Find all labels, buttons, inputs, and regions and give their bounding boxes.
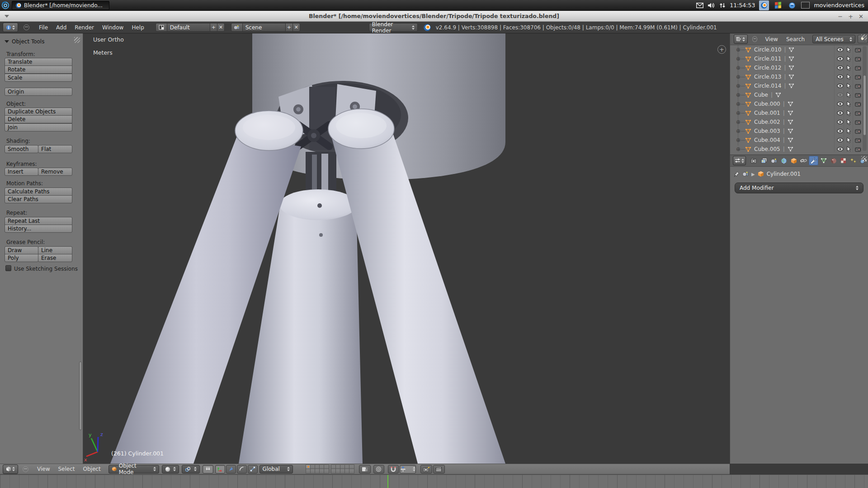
tab-particles[interactable] bbox=[849, 156, 858, 165]
transform-orientation-dropdown[interactable]: Global bbox=[259, 465, 293, 474]
visibility-eye-icon[interactable] bbox=[837, 129, 844, 133]
shade-flat-button[interactable]: Flat bbox=[38, 145, 72, 153]
selectability-cursor-icon[interactable] bbox=[846, 92, 851, 98]
close-button[interactable]: ✕ bbox=[859, 13, 863, 20]
visibility-eye-icon[interactable] bbox=[837, 102, 844, 106]
object-name[interactable]: Circle.011 bbox=[754, 56, 781, 62]
layer-1-active[interactable] bbox=[306, 465, 311, 469]
minimize-button[interactable]: − bbox=[838, 13, 843, 20]
header-collapse-icon[interactable] bbox=[24, 24, 29, 30]
object-name[interactable]: Cube.002 bbox=[754, 119, 780, 125]
menu-select[interactable]: Select bbox=[54, 466, 79, 472]
current-frame-playhead[interactable] bbox=[387, 475, 388, 488]
network-updown-icon[interactable] bbox=[719, 2, 726, 9]
header-collapse-icon[interactable] bbox=[23, 466, 28, 472]
visibility-eye-icon[interactable] bbox=[837, 75, 844, 79]
renderability-camera-icon[interactable] bbox=[855, 120, 861, 125]
calculate-paths-button[interactable]: Calculate Paths bbox=[5, 188, 72, 196]
gp-erase-button[interactable]: Erase bbox=[38, 254, 72, 262]
renderability-camera-icon[interactable] bbox=[855, 93, 861, 98]
object-name[interactable]: Circle.014 bbox=[754, 83, 781, 89]
expand-icon[interactable]: ⊕ bbox=[736, 137, 741, 143]
scene-browse-button[interactable] bbox=[231, 23, 243, 32]
window-titlebar[interactable]: Blender* [/home/moviendovertices/Blender… bbox=[0, 11, 868, 22]
renderability-camera-icon[interactable] bbox=[855, 129, 861, 134]
layer-buttons-group1[interactable] bbox=[306, 465, 329, 474]
outliner-row[interactable]: ⊕ Cube.001 | bbox=[730, 108, 868, 117]
selectability-cursor-icon[interactable] bbox=[846, 128, 851, 134]
snap-element-dropdown[interactable] bbox=[400, 465, 416, 474]
pin-icon[interactable] bbox=[734, 171, 740, 177]
menu-file[interactable]: File bbox=[35, 24, 52, 31]
object-tools-panel-header[interactable]: Object Tools bbox=[5, 38, 44, 45]
selectability-cursor-icon[interactable] bbox=[846, 101, 851, 107]
visibility-eye-icon[interactable] bbox=[837, 111, 844, 115]
tab-material[interactable] bbox=[829, 156, 838, 165]
expand-icon[interactable]: ⊕ bbox=[736, 119, 741, 125]
scale-manipulator-button[interactable] bbox=[248, 465, 258, 474]
duplicate-objects-button[interactable]: Duplicate Objects bbox=[5, 108, 72, 116]
launcher-browser[interactable] bbox=[787, 0, 797, 10]
launcher-windows[interactable] bbox=[773, 0, 783, 10]
rotate-button[interactable]: Rotate bbox=[5, 66, 72, 74]
outliner-row[interactable]: ⊕ Cube.005 | bbox=[730, 145, 868, 152]
object-name[interactable]: Cube.000 bbox=[754, 101, 780, 107]
render-still-button[interactable] bbox=[420, 465, 432, 474]
tab-modifiers[interactable] bbox=[809, 156, 818, 165]
selectability-cursor-icon[interactable] bbox=[846, 65, 851, 71]
timeline-strip[interactable] bbox=[0, 474, 868, 488]
visibility-eye-icon[interactable] bbox=[837, 84, 844, 88]
object-name[interactable]: Circle.010 bbox=[754, 47, 781, 53]
renderability-camera-icon[interactable] bbox=[855, 111, 861, 116]
expand-icon[interactable]: ⊕ bbox=[736, 92, 741, 98]
expand-icon[interactable]: ⊕ bbox=[736, 65, 741, 70]
outliner-row[interactable]: ⊕ Circle.013 | bbox=[730, 72, 868, 81]
screen-layout-name-field[interactable]: Default bbox=[167, 23, 210, 32]
launcher-blender[interactable] bbox=[759, 0, 769, 10]
lock-to-scene-button[interactable] bbox=[359, 465, 371, 474]
tool-shelf-scrollbar[interactable] bbox=[79, 361, 82, 430]
renderability-camera-icon[interactable] bbox=[855, 84, 861, 89]
screen-layout-browse-button[interactable] bbox=[156, 23, 167, 32]
insert-keyframe-button[interactable]: Insert bbox=[5, 168, 38, 176]
3d-viewport[interactable]: User Ortho Meters (261) Cylinder.001 + x… bbox=[83, 33, 730, 464]
clock[interactable]: 11:54:53 bbox=[730, 2, 755, 9]
add-screen-layout-button[interactable]: + bbox=[210, 23, 217, 32]
outliner-row[interactable]: ⊕ Circle.014 | bbox=[730, 81, 868, 90]
viewport-shading-dropdown[interactable] bbox=[162, 465, 179, 474]
editor-type-selector[interactable] bbox=[3, 23, 18, 32]
tab-texture[interactable] bbox=[839, 156, 848, 165]
taskbar-window-button[interactable]: Blender* [/home/moviendo... bbox=[12, 1, 109, 10]
render-animation-button[interactable] bbox=[433, 465, 445, 474]
gp-line-button[interactable]: Line bbox=[38, 246, 72, 254]
manipulator-toggle-button[interactable] bbox=[203, 465, 213, 474]
object-name[interactable]: Cube.001 bbox=[754, 110, 780, 116]
expand-icon[interactable]: ⊕ bbox=[736, 146, 741, 152]
object-name[interactable]: Cube bbox=[754, 92, 768, 98]
visibility-eye-icon[interactable] bbox=[837, 138, 844, 142]
outliner-display-dropdown[interactable]: All Scenes bbox=[812, 35, 855, 43]
renderability-camera-icon[interactable] bbox=[855, 56, 861, 61]
delete-screen-layout-button[interactable]: ✕ bbox=[217, 23, 225, 32]
renderability-camera-icon[interactable] bbox=[855, 147, 861, 152]
region-resize-grip-icon[interactable] bbox=[861, 156, 867, 162]
clear-paths-button[interactable]: Clear Paths bbox=[5, 195, 72, 203]
delete-button[interactable]: Delete bbox=[5, 115, 72, 123]
menu-view[interactable]: View bbox=[33, 466, 54, 472]
rotate-manipulator-button[interactable] bbox=[226, 465, 236, 474]
renderability-camera-icon[interactable] bbox=[855, 102, 861, 107]
breadcrumb-object-name[interactable]: Cylinder.001 bbox=[767, 171, 801, 177]
history-button[interactable]: History... bbox=[5, 225, 72, 233]
renderability-camera-icon[interactable] bbox=[855, 75, 861, 80]
editor-type-selector[interactable] bbox=[733, 156, 746, 165]
selectability-cursor-icon[interactable] bbox=[846, 119, 851, 125]
scene-name-field[interactable]: Scene bbox=[242, 23, 286, 32]
outliner-row[interactable]: ⊕ Cube.004 | bbox=[730, 136, 868, 145]
outliner-row[interactable]: ⊕ Cube.002 | bbox=[730, 117, 868, 127]
snap-toggle-button[interactable] bbox=[388, 465, 399, 474]
selectability-cursor-icon[interactable] bbox=[846, 74, 851, 80]
applications-menu-icon[interactable] bbox=[0, 0, 10, 10]
volume-icon[interactable] bbox=[708, 2, 715, 9]
use-sketching-sessions-checkbox[interactable] bbox=[5, 265, 11, 271]
expand-icon[interactable]: ⊕ bbox=[736, 56, 741, 61]
